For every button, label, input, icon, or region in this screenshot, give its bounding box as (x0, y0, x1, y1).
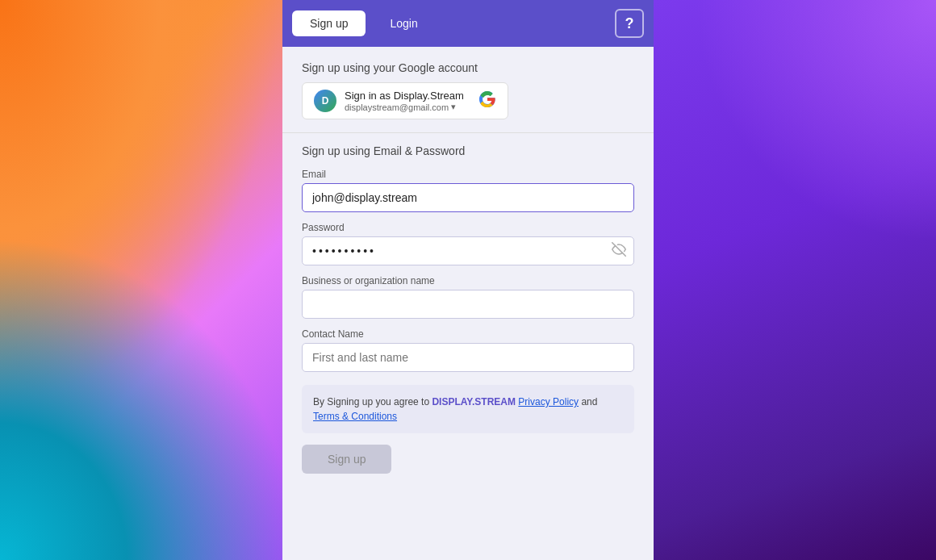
agreement-and: and (579, 396, 597, 407)
business-label: Business or organization name (302, 275, 634, 286)
email-input[interactable] (302, 183, 634, 212)
password-label: Password (302, 222, 634, 233)
login-tab-button[interactable]: Login (372, 10, 435, 36)
contact-input[interactable] (302, 343, 634, 372)
google-signin-button[interactable]: D Sign in as Display.Stream displaystrea… (302, 82, 508, 119)
form-content: Sign up using your Google account D Sign… (282, 47, 654, 560)
google-account-info: Sign in as Display.Stream displaystream@… (345, 90, 464, 112)
bg-right-glow (654, 0, 936, 282)
submit-signup-button[interactable]: Sign up (302, 445, 391, 474)
topbar: Sign up Login ? (282, 0, 654, 47)
contact-field-group: Contact Name (302, 328, 634, 372)
brand-name: DISPLAY.STREAM (432, 396, 516, 407)
toggle-password-icon[interactable] (612, 242, 626, 260)
help-button[interactable]: ? (615, 9, 644, 38)
email-label: Email (302, 169, 634, 180)
main-panel: Sign up Login ? Sign up using your Googl… (282, 0, 654, 560)
agreement-box: By Signing up you agree to DISPLAY.STREA… (302, 385, 634, 433)
bg-teal-gradient (0, 237, 299, 560)
agreement-prefix: By Signing up you agree to (313, 396, 432, 407)
google-logo-icon (478, 90, 496, 112)
google-account-email: displaystream@gmail.com ▾ (345, 102, 464, 112)
password-input[interactable] (302, 236, 634, 265)
contact-label: Contact Name (302, 328, 634, 340)
signup-tab-button[interactable]: Sign up (292, 10, 366, 36)
google-section-title: Sign up using your Google account (302, 61, 634, 74)
privacy-policy-link[interactable]: Privacy Policy (518, 396, 579, 407)
google-avatar-icon: D (314, 90, 336, 112)
business-input[interactable] (302, 290, 634, 319)
email-section-title: Sign up using Email & Password (302, 144, 634, 157)
terms-conditions-link[interactable]: Terms & Conditions (313, 411, 397, 422)
password-wrapper (302, 236, 634, 265)
business-field-group: Business or organization name (302, 275, 634, 319)
password-field-group: Password (302, 222, 634, 265)
email-field-group: Email (302, 169, 634, 212)
google-account-name: Sign in as Display.Stream (345, 90, 464, 102)
section-divider (282, 132, 654, 133)
